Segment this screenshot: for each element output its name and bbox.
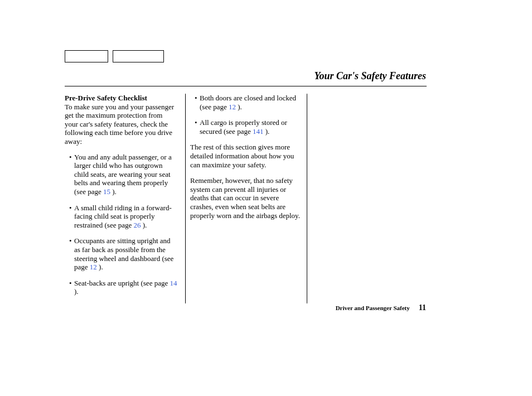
body-paragraph: Remember, however, that no safety system… — [190, 176, 303, 220]
bullet-text: Both doors are closed and locked (see pa… — [200, 94, 296, 111]
list-item: Both doors are closed and locked (see pa… — [195, 94, 303, 111]
page-title: Your Car's Safety Features — [314, 70, 426, 82]
bullet-text-after: ). — [236, 103, 242, 111]
footer-section-name: Driver and Passenger Safety — [336, 305, 410, 311]
nav-button-next[interactable] — [113, 50, 164, 62]
bullet-text: All cargo is properly stored or secured … — [200, 118, 287, 136]
list-item: Seat-backs are upright (see page 14 ). — [69, 279, 177, 296]
checklist-heading: Pre-Drive Safety Checklist — [65, 94, 147, 102]
page-reference-link[interactable]: 14 — [170, 279, 177, 287]
page-footer: Driver and Passenger Safety 11 — [336, 303, 426, 312]
bullet-text-after: ). — [263, 127, 269, 136]
list-item: Occupants are sitting upright and as far… — [69, 236, 177, 271]
content-columns: Pre-Drive Safety Checklist To make sure … — [65, 94, 427, 303]
nav-button-prev[interactable] — [65, 50, 108, 62]
page-reference-link[interactable]: 26 — [133, 221, 141, 229]
bullet-text-after: ). — [110, 187, 117, 196]
bullet-text-after: ). — [141, 221, 147, 229]
intro-text: To make sure you and your passenger get … — [65, 103, 174, 146]
page-number: 11 — [419, 303, 426, 312]
title-divider — [65, 86, 427, 86]
column-middle: Both doors are closed and locked (see pa… — [185, 94, 307, 303]
bullet-text: Seat-backs are upright (see page — [74, 279, 170, 287]
list-item: You and any adult passenger, or a larger… — [69, 153, 177, 196]
bullet-text: Occupants are sitting upright and as far… — [74, 236, 173, 271]
checklist-bullets-mid: Both doors are closed and locked (see pa… — [190, 94, 303, 136]
page-reference-link[interactable]: 141 — [253, 127, 264, 136]
bullet-text-after: ). — [74, 287, 79, 296]
body-paragraph: The rest of this section gives more deta… — [190, 143, 303, 169]
bullet-text: You and any adult passenger, or a larger… — [74, 153, 172, 196]
bullet-text-after: ). — [97, 263, 103, 271]
page-reference-link[interactable]: 15 — [103, 187, 110, 196]
column-left: Pre-Drive Safety Checklist To make sure … — [65, 94, 185, 303]
intro-paragraph: Pre-Drive Safety Checklist To make sure … — [65, 94, 177, 146]
list-item: A small child riding in a forward-facing… — [69, 204, 177, 230]
list-item: All cargo is properly stored or secured … — [195, 118, 303, 136]
column-right — [307, 94, 427, 303]
bullet-text: A small child riding in a forward-facing… — [74, 204, 172, 229]
nav-button-row — [65, 50, 164, 62]
page-reference-link[interactable]: 12 — [90, 263, 97, 271]
checklist-bullets-left: You and any adult passenger, or a larger… — [65, 153, 177, 296]
page-reference-link[interactable]: 12 — [229, 103, 236, 111]
